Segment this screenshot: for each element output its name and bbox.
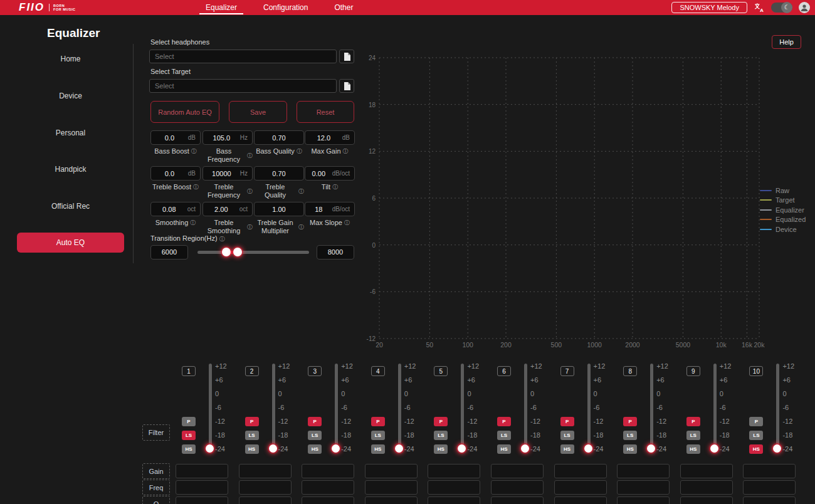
band-slider-track[interactable] [713, 364, 717, 453]
tab-equalizer[interactable]: Equalizer [202, 0, 241, 15]
filter-button-ls[interactable]: LS [497, 431, 511, 440]
random-auto-eq-button[interactable]: Random Auto EQ [150, 101, 219, 123]
filter-button-hs[interactable]: HS [749, 444, 763, 454]
param-input[interactable]: 0.0dB [150, 166, 201, 181]
band-slider-thumb[interactable] [206, 444, 214, 453]
band-slider-thumb[interactable] [332, 444, 340, 453]
filter-button-ls[interactable]: LS [182, 431, 196, 440]
filter-button-p[interactable]: P [371, 417, 385, 426]
info-icon[interactable]: ⓘ [247, 187, 253, 196]
filter-button-p[interactable]: P [749, 417, 763, 426]
legend-item-equalized[interactable]: Equalized [760, 215, 806, 225]
help-button[interactable]: Help [772, 35, 801, 49]
legend-item-equalizer[interactable]: Equalizer [760, 205, 806, 215]
filter-button-ls[interactable]: LS [434, 431, 448, 440]
info-icon[interactable]: ⓘ [332, 183, 338, 191]
filter-button-hs[interactable]: HS [371, 444, 385, 454]
param-input[interactable]: 105.0Hz [202, 130, 253, 145]
band-slider-track[interactable] [587, 364, 591, 453]
info-icon[interactable]: ⓘ [344, 219, 350, 227]
sidebar-item-auto-eq[interactable]: Auto EQ [17, 233, 124, 253]
filter-button-hs[interactable]: HS [245, 444, 259, 454]
filter-button-hs[interactable]: HS [560, 444, 574, 454]
filter-button-hs[interactable]: HS [182, 444, 196, 454]
band-slider-thumb[interactable] [773, 444, 781, 453]
band-slider-thumb[interactable] [710, 444, 718, 453]
info-icon[interactable]: ⓘ [219, 236, 225, 242]
band-slider-track[interactable] [335, 364, 338, 453]
info-icon[interactable]: ⓘ [190, 219, 196, 227]
param-input[interactable]: 0.70 [254, 166, 304, 181]
filter-button-ls[interactable]: LS [686, 431, 700, 440]
band-slider-thumb[interactable] [269, 444, 277, 453]
info-icon[interactable]: ⓘ [297, 147, 302, 155]
filter-button-ls[interactable]: LS [371, 431, 385, 440]
filter-button-ls[interactable]: LS [623, 431, 637, 440]
legend-item-device[interactable]: Device [760, 224, 806, 234]
info-icon[interactable]: ⓘ [298, 223, 304, 231]
band-slider-thumb[interactable] [458, 444, 466, 453]
band-slider-track[interactable] [524, 364, 527, 453]
select-target-input[interactable] [149, 79, 337, 93]
select-headphones-input[interactable] [149, 50, 337, 63]
filter-button-ls[interactable]: LS [245, 431, 259, 440]
filter-button-p[interactable]: P [497, 417, 511, 426]
info-icon[interactable]: ⓘ [343, 147, 349, 155]
band-slider-track[interactable] [398, 364, 401, 453]
filter-button-p[interactable]: P [245, 417, 259, 426]
filter-button-p[interactable]: P [434, 417, 448, 426]
tab-configuration[interactable]: Configuration [260, 0, 312, 15]
slider-handle-high[interactable] [233, 248, 242, 256]
filter-button-ls[interactable]: LS [308, 431, 322, 440]
transition-slider[interactable] [197, 251, 309, 254]
sidebar-item-handpick[interactable]: Handpick [17, 165, 124, 174]
param-input[interactable]: 0.00dB/oct [305, 166, 355, 181]
filter-button-hs[interactable]: HS [497, 444, 511, 454]
filter-button-p[interactable]: P [686, 417, 700, 426]
band-slider-track[interactable] [272, 364, 275, 453]
headphones-file-button[interactable] [339, 50, 354, 63]
param-input[interactable]: 0.0dB [150, 130, 201, 145]
band-slider-track[interactable] [461, 364, 464, 453]
gain-input[interactable] [744, 465, 815, 478]
filter-button-p[interactable]: P [182, 417, 196, 426]
slider-handle-low[interactable] [222, 248, 231, 256]
sidebar-item-device[interactable]: Device [17, 92, 124, 100]
sidebar-item-personal[interactable]: Personal [17, 129, 124, 137]
theme-toggle[interactable]: ☾ [771, 3, 792, 13]
filter-button-p[interactable]: P [623, 417, 637, 426]
band-slider-thumb[interactable] [584, 444, 592, 453]
save-button[interactable]: Save [229, 101, 287, 123]
band-slider-track[interactable] [776, 364, 779, 453]
reset-button[interactable]: Reset [297, 101, 354, 123]
tab-other[interactable]: Other [330, 0, 357, 15]
q-input[interactable] [744, 497, 815, 504]
param-input[interactable]: 12.0dB [305, 130, 355, 145]
filter-button-hs[interactable]: HS [434, 444, 448, 454]
param-input[interactable]: 18dB/oct [305, 202, 355, 216]
sidebar-item-home[interactable]: Home [17, 55, 124, 63]
sidebar-item-official-rec[interactable]: Official Rec [17, 202, 124, 211]
legend-item-raw[interactable]: Raw [760, 186, 806, 196]
band-slider-thumb[interactable] [647, 444, 655, 453]
filter-button-hs[interactable]: HS [308, 444, 322, 454]
info-icon[interactable]: ⓘ [247, 223, 253, 231]
transition-max-input[interactable]: 8000 [317, 245, 354, 260]
device-name-button[interactable]: SNOWSKY Melody [671, 2, 747, 13]
target-file-button[interactable] [339, 79, 354, 93]
filter-button-p[interactable]: P [560, 417, 574, 426]
profile-avatar[interactable] [799, 2, 810, 13]
band-slider-thumb[interactable] [521, 444, 529, 453]
info-icon[interactable]: ⓘ [191, 147, 197, 155]
param-input[interactable]: 0.08oct [150, 202, 201, 216]
band-slider-thumb[interactable] [395, 444, 403, 453]
band-slider-track[interactable] [209, 364, 212, 453]
param-input[interactable]: 10000Hz [202, 166, 253, 181]
freq-input[interactable] [744, 481, 815, 494]
info-icon[interactable]: ⓘ [298, 187, 304, 196]
filter-button-hs[interactable]: HS [686, 444, 700, 454]
legend-item-target[interactable]: Target [760, 196, 806, 206]
filter-button-hs[interactable]: HS [623, 444, 637, 454]
band-slider-track[interactable] [650, 364, 653, 453]
param-input[interactable]: 1.00 [254, 202, 304, 216]
